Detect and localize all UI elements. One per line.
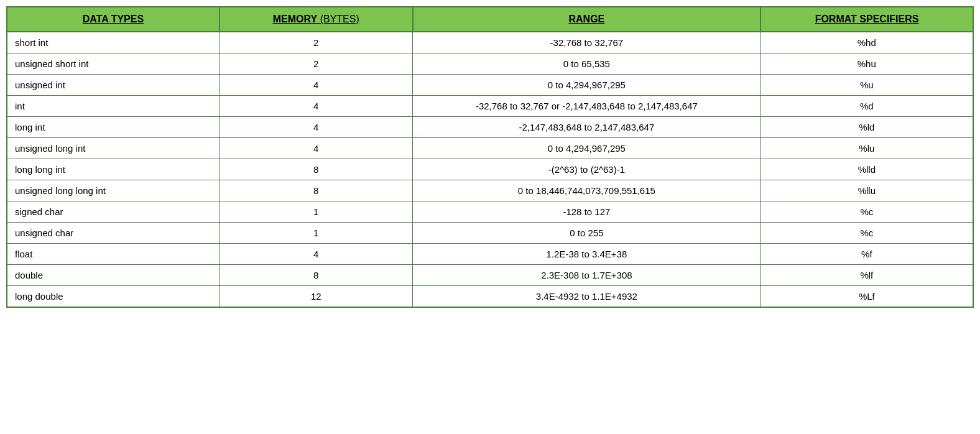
cell-format: %lld (760, 159, 973, 180)
cell-memory: 1 (220, 223, 413, 244)
cell-range: -32,768 to 32,767 (413, 32, 760, 53)
cell-range: 1.2E-38 to 3.4E+38 (413, 244, 760, 265)
table-body: short int2-32,768 to 32,767%hdunsigned s… (7, 32, 973, 307)
cell-format: %ld (760, 117, 973, 138)
cell-data-type: short int (7, 32, 220, 53)
cell-range: 2.3E-308 to 1.7E+308 (413, 265, 760, 286)
cell-format: %lu (760, 138, 973, 159)
header-data-types: DATA TYPES (7, 7, 220, 32)
table-row: short int2-32,768 to 32,767%hd (7, 32, 973, 53)
cell-format: %hu (760, 53, 973, 75)
cell-memory: 8 (220, 180, 413, 201)
table-container: DATA TYPES MEMORY (BYTES) RANGE FORMAT S… (6, 6, 974, 308)
cell-format: %f (760, 244, 973, 265)
table-header-row: DATA TYPES MEMORY (BYTES) RANGE FORMAT S… (7, 7, 973, 32)
cell-range: 3.4E-4932 to 1.1E+4932 (413, 286, 760, 308)
cell-data-type: unsigned char (7, 223, 220, 244)
cell-memory: 8 (220, 159, 413, 180)
cell-data-type: int (7, 96, 220, 117)
cell-data-type: double (7, 265, 220, 286)
table-row: int4-32,768 to 32,767 or -2,147,483,648 … (7, 96, 973, 117)
cell-memory: 4 (220, 75, 413, 96)
cell-range: 0 to 65,535 (413, 53, 760, 75)
table-row: signed char1-128 to 127%c (7, 201, 973, 223)
cell-range: -(2^63) to (2^63)-1 (413, 159, 760, 180)
header-memory-label-normal: (BYTES) (317, 14, 359, 24)
cell-memory: 4 (220, 138, 413, 159)
cell-memory: 4 (220, 117, 413, 138)
cell-data-type: float (7, 244, 220, 265)
cell-format: %llu (760, 180, 973, 201)
cell-format: %lf (760, 265, 973, 286)
cell-format: %Lf (760, 286, 973, 308)
table-row: double82.3E-308 to 1.7E+308%lf (7, 265, 973, 286)
cell-data-type: unsigned long int (7, 138, 220, 159)
table-row: unsigned int40 to 4,294,967,295%u (7, 75, 973, 96)
data-types-table: DATA TYPES MEMORY (BYTES) RANGE FORMAT S… (6, 6, 974, 308)
cell-memory: 2 (220, 53, 413, 75)
table-row: unsigned short int20 to 65,535%hu (7, 53, 973, 75)
cell-range: 0 to 255 (413, 223, 760, 244)
cell-memory: 2 (220, 32, 413, 53)
header-range: RANGE (413, 7, 760, 32)
cell-format: %u (760, 75, 973, 96)
cell-data-type: long int (7, 117, 220, 138)
cell-range: -32,768 to 32,767 or -2,147,483,648 to 2… (413, 96, 760, 117)
cell-data-type: unsigned int (7, 75, 220, 96)
header-data-types-label: DATA TYPES (83, 14, 144, 24)
header-memory-label-bold: MEMORY (273, 14, 317, 24)
cell-memory: 8 (220, 265, 413, 286)
cell-range: -128 to 127 (413, 201, 760, 223)
table-row: unsigned char10 to 255%c (7, 223, 973, 244)
cell-data-type: long double (7, 286, 220, 308)
header-format-label: FORMAT SPECIFIERS (815, 14, 919, 24)
cell-range: -2,147,483,648 to 2,147,483,647 (413, 117, 760, 138)
cell-format: %c (760, 201, 973, 223)
table-row: unsigned long int40 to 4,294,967,295%lu (7, 138, 973, 159)
cell-format: %hd (760, 32, 973, 53)
cell-data-type: unsigned long long int (7, 180, 220, 201)
cell-range: 0 to 4,294,967,295 (413, 75, 760, 96)
cell-data-type: unsigned short int (7, 53, 220, 75)
header-memory: MEMORY (BYTES) (220, 7, 413, 32)
cell-data-type: signed char (7, 201, 220, 223)
cell-range: 0 to 18,446,744,073,709,551,615 (413, 180, 760, 201)
table-row: long long int8-(2^63) to (2^63)-1%lld (7, 159, 973, 180)
table-row: long int4-2,147,483,648 to 2,147,483,647… (7, 117, 973, 138)
table-row: long double123.4E-4932 to 1.1E+4932%Lf (7, 286, 973, 308)
cell-data-type: long long int (7, 159, 220, 180)
header-format-specifiers: FORMAT SPECIFIERS (760, 7, 973, 32)
table-row: float41.2E-38 to 3.4E+38%f (7, 244, 973, 265)
cell-memory: 1 (220, 201, 413, 223)
table-row: unsigned long long int80 to 18,446,744,0… (7, 180, 973, 201)
header-range-label: RANGE (569, 14, 605, 24)
cell-format: %c (760, 223, 973, 244)
cell-memory: 4 (220, 96, 413, 117)
cell-memory: 12 (220, 286, 413, 308)
cell-range: 0 to 4,294,967,295 (413, 138, 760, 159)
cell-memory: 4 (220, 244, 413, 265)
cell-format: %d (760, 96, 973, 117)
